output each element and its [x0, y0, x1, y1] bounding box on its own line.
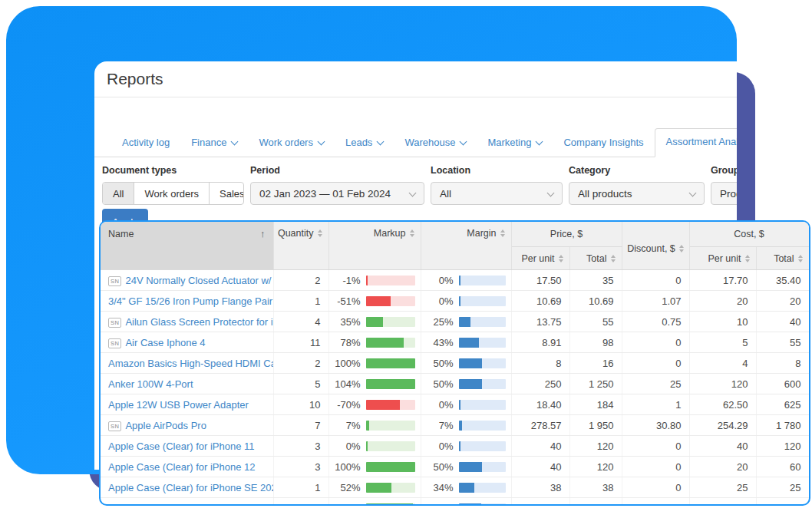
- markup-cell: 100%: [328, 457, 421, 477]
- product-name-link[interactable]: Apple iPhone 11 Silicone Case (Pink Sand…: [108, 503, 273, 507]
- table-row[interactable]: SNApple AirPods Pro77%7%278.571 95030.80…: [101, 415, 809, 436]
- assortment-table: Name ↑ Quantity Markup Margin Price,: [101, 222, 810, 506]
- markup-cell: 78%: [328, 332, 421, 353]
- price-per-unit-cell: 278.57: [511, 415, 569, 436]
- price-per-unit-cell: 13.75: [511, 312, 569, 332]
- markup-bar: [366, 358, 415, 368]
- markup-value: 100%: [335, 461, 360, 473]
- tab-work-orders[interactable]: Work orders: [248, 130, 335, 157]
- margin-value: 49%: [433, 503, 453, 507]
- product-name-link[interactable]: Apple Case (Clear) for iPhone SE 2020: [108, 482, 273, 493]
- product-name-link[interactable]: 24V Normally Closed Actuator w/ aux. swi…: [125, 275, 273, 286]
- discount-cell: 0: [622, 332, 689, 353]
- markup-bar: [366, 483, 415, 493]
- markup-bar: [366, 400, 415, 410]
- product-name-link[interactable]: Apple Case (Clear) for iPhone 11: [108, 441, 255, 452]
- chevron-down-icon: [409, 189, 417, 196]
- product-name-link[interactable]: 3/4" GF 15/26 Iron Pump Flange Pair (NPT…: [108, 295, 273, 307]
- price-per-unit-cell: 10.69: [511, 291, 569, 312]
- column-header-price-total[interactable]: Total: [569, 247, 622, 270]
- tab-marketing[interactable]: Marketing: [477, 130, 553, 157]
- column-header-cost-per-unit[interactable]: Per unit: [689, 247, 756, 270]
- group-by-select[interactable]: Products: [711, 182, 737, 205]
- quantity-cell: 1: [273, 477, 328, 498]
- table-row[interactable]: Apple iPhone 11 Silicone Case (Pink Sand…: [101, 498, 809, 507]
- markup-cell: 100%: [328, 353, 421, 374]
- product-name-link[interactable]: Apple 12W USB Power Adapter: [108, 399, 249, 411]
- price-total-cell: 16: [569, 353, 622, 374]
- column-header-quantity[interactable]: Quantity: [273, 222, 328, 270]
- product-name-link[interactable]: Anker 100W 4-Port: [108, 378, 193, 390]
- product-name-cell[interactable]: SNAir Case Iphone 4: [101, 332, 273, 353]
- tab-activity-log[interactable]: Activity log: [111, 130, 180, 157]
- product-name-cell[interactable]: Apple Case (Clear) for iPhone 12: [101, 457, 273, 477]
- table-row[interactable]: SNAir Case Iphone 41178%43%8.91980555: [101, 332, 809, 353]
- page-title: Reports: [107, 70, 163, 88]
- report-tabs: Activity logFinanceWork ordersLeadsWareh…: [94, 129, 737, 157]
- tab-warehouse[interactable]: Warehouse: [394, 130, 477, 157]
- card-header: Reports: [94, 61, 737, 97]
- product-name-cell[interactable]: Apple Case (Clear) for iPhone 11: [101, 436, 273, 457]
- product-name-link[interactable]: Amazon Basics High-Speed HDMI Cable For …: [108, 358, 273, 369]
- tab-leads[interactable]: Leads: [335, 130, 394, 157]
- document-type-option-work-orders[interactable]: Work orders: [134, 183, 210, 204]
- table-row[interactable]: Anker 100W 4-Port5104%50%2501 2502512060…: [101, 374, 809, 394]
- product-name-cell[interactable]: SNAilun Glass Screen Protector for iPhon…: [101, 312, 273, 332]
- product-name-cell[interactable]: Anker 100W 4-Port: [101, 374, 273, 394]
- document-type-option-sales[interactable]: Sales: [210, 183, 244, 204]
- product-name-cell[interactable]: Apple Case (Clear) for iPhone SE 2020: [101, 477, 273, 498]
- sorter-icon: [500, 229, 505, 237]
- markup-bar: [366, 317, 415, 327]
- category-select[interactable]: All products: [569, 182, 705, 205]
- table-row[interactable]: Apple 12W USB Power Adapter10-70%0%18.40…: [101, 394, 809, 415]
- period-select[interactable]: 02 Jan 2023 — 01 Feb 2024: [250, 182, 424, 205]
- table-row[interactable]: Amazon Basics High-Speed HDMI Cable For …: [101, 353, 809, 374]
- cost-total-cell: 8: [756, 353, 809, 374]
- table-row[interactable]: SN24V Normally Closed Actuator w/ aux. s…: [101, 270, 809, 291]
- markup-value: 104%: [335, 378, 360, 390]
- table-row[interactable]: SNAilun Glass Screen Protector for iPhon…: [101, 312, 809, 332]
- table-row[interactable]: 3/4" GF 15/26 Iron Pump Flange Pair (NPT…: [101, 291, 809, 312]
- column-header-price-per-unit[interactable]: Per unit: [511, 247, 569, 270]
- price-per-unit-cell: 8: [511, 353, 569, 374]
- column-header-name[interactable]: Name ↑: [101, 222, 273, 270]
- column-header-discount[interactable]: Discount, $: [622, 222, 689, 270]
- product-name-cell[interactable]: 3/4" GF 15/26 Iron Pump Flange Pair (NPT…: [101, 291, 273, 312]
- table-row[interactable]: Apple Case (Clear) for iPhone SE 2020152…: [101, 477, 809, 498]
- tab-label: Marketing: [487, 137, 531, 148]
- quantity-cell: 4: [273, 312, 328, 332]
- product-name-cell[interactable]: Apple 12W USB Power Adapter: [101, 394, 273, 415]
- product-name-link[interactable]: Apple Case (Clear) for iPhone 12: [108, 461, 256, 473]
- discount-cell: 0: [622, 353, 689, 374]
- product-name-cell[interactable]: Apple iPhone 11 Silicone Case (Pink Sand…: [101, 498, 273, 507]
- discount-cell: 0: [622, 457, 689, 477]
- serial-number-badge: SN: [108, 338, 121, 348]
- screenshot-stage: Reports Activity logFinanceWork ordersLe…: [0, 0, 812, 528]
- column-label: Price, $: [550, 229, 583, 239]
- filter-label: Period: [250, 165, 424, 176]
- tab-assortment-analysis[interactable]: Assortment Analysis: [655, 128, 737, 157]
- product-name-cell[interactable]: SNApple AirPods Pro: [101, 415, 273, 436]
- chevron-down-icon: [460, 138, 467, 146]
- markup-bar: [366, 276, 415, 285]
- tab-finance[interactable]: Finance: [180, 130, 248, 157]
- table-row[interactable]: Apple Case (Clear) for iPhone 123100%50%…: [101, 457, 809, 477]
- product-name-cell[interactable]: SN24V Normally Closed Actuator w/ aux. s…: [101, 270, 273, 291]
- markup-bar: [366, 338, 415, 348]
- table-row[interactable]: Apple Case (Clear) for iPhone 1130%0%401…: [101, 436, 809, 457]
- document-type-option-all[interactable]: All: [103, 183, 134, 204]
- markup-value: -70%: [337, 399, 360, 411]
- column-header-markup[interactable]: Markup: [328, 222, 421, 270]
- product-name-link[interactable]: Apple AirPods Pro: [125, 420, 206, 431]
- product-name-link[interactable]: Ailun Glass Screen Protector for iPhone …: [125, 316, 273, 328]
- tab-company-insights[interactable]: Company Insights: [553, 130, 654, 157]
- column-header-cost-total[interactable]: Total: [756, 247, 809, 270]
- margin-value: 0%: [439, 295, 454, 307]
- markup-value: 96%: [340, 503, 360, 507]
- product-name-cell[interactable]: Amazon Basics High-Speed HDMI Cable For …: [101, 353, 273, 374]
- location-select[interactable]: All: [431, 182, 563, 205]
- column-header-margin[interactable]: Margin: [421, 222, 511, 270]
- cost-per-unit-cell: 120: [689, 374, 756, 394]
- discount-cell: 25: [622, 374, 689, 394]
- product-name-link[interactable]: Air Case Iphone 4: [125, 337, 205, 348]
